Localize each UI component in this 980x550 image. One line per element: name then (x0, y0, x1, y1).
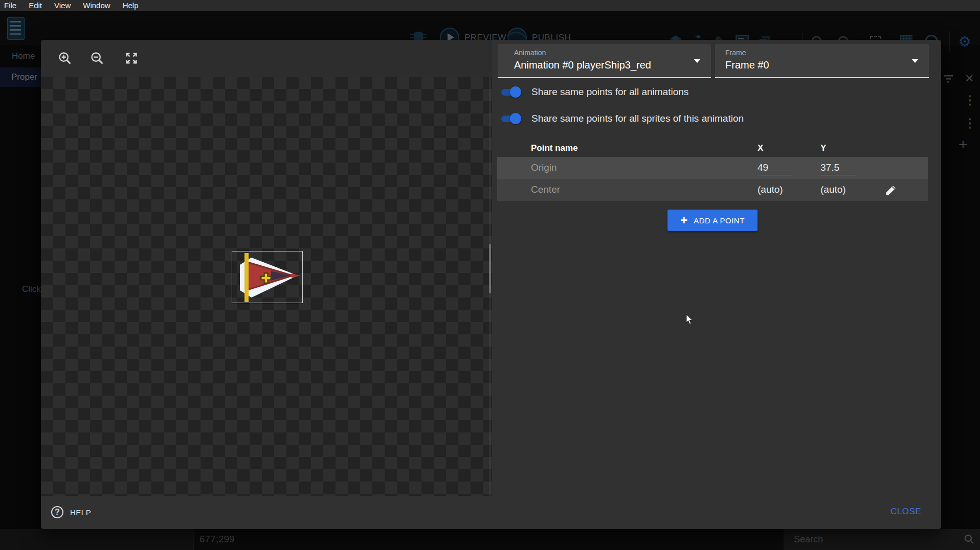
point-x-value: (auto) (758, 184, 783, 195)
help-icon: ? (51, 506, 63, 518)
plus-icon: + (680, 214, 687, 226)
toggle-row-all-sprites: Share same points for all sprites of thi… (498, 111, 744, 126)
point-name-cell: Origin (531, 162, 557, 173)
share-points-all-animations-toggle[interactable] (498, 85, 522, 99)
point-x-field[interactable]: 49 (758, 162, 768, 173)
share-points-all-sprites-toggle[interactable] (498, 112, 522, 125)
close-button[interactable]: CLOSE (887, 506, 924, 517)
menu-view[interactable]: View (48, 0, 77, 11)
point-y-value: (auto) (820, 184, 846, 195)
toggle-label: Share same points for all animations (531, 86, 688, 98)
field-underline (758, 175, 792, 175)
help-button[interactable]: ? HELP (51, 504, 91, 520)
animation-dropdown-label: Animation (514, 49, 546, 57)
frame-dropdown[interactable]: Frame Frame #0 (715, 44, 929, 78)
menu-file[interactable]: File (0, 0, 23, 11)
help-label: HELP (70, 508, 91, 517)
edit-point-button[interactable] (882, 182, 900, 198)
menu-bar: File Edit View Window Help (0, 0, 980, 11)
canvas-toolbar (41, 40, 492, 77)
table-row-center[interactable]: Center (auto) (auto) (497, 179, 928, 201)
frame-dropdown-value: Frame #0 (725, 59, 769, 71)
chevron-down-icon (911, 59, 919, 63)
canvas-scrollbar-thumb[interactable] (489, 244, 491, 293)
animation-dropdown-value: Animation #0 playerShip3_red (514, 59, 651, 71)
animation-dropdown[interactable]: Animation Animation #0 playerShip3_red (498, 44, 711, 78)
column-header-point-name: Point name (531, 143, 578, 153)
field-underline (820, 175, 855, 175)
player-ship-sprite (232, 251, 303, 304)
app-window: File Edit View Window Help PREVIEW PUBLI… (0, 0, 980, 550)
toggle-row-all-animations: Share same points for all animations (498, 85, 688, 99)
sprite-canvas[interactable] (41, 77, 492, 496)
pencil-icon (884, 184, 898, 197)
add-point-label: ADD A POINT (694, 216, 745, 225)
zoom-in-icon[interactable] (57, 50, 73, 66)
add-point-button[interactable]: + ADD A POINT (667, 210, 758, 231)
table-row-origin[interactable]: Origin 49 37.5 (497, 157, 928, 179)
column-header-y: Y (820, 143, 826, 153)
fit-to-view-icon[interactable] (123, 50, 140, 66)
chevron-down-icon (694, 59, 701, 63)
point-y-field[interactable]: 37.5 (820, 162, 839, 173)
menu-edit[interactable]: Edit (23, 0, 48, 11)
menu-window[interactable]: Window (77, 0, 116, 11)
toggle-label: Share same points for all sprites of thi… (531, 113, 744, 124)
column-header-x: X (758, 143, 763, 153)
mouse-cursor (686, 314, 696, 327)
zoom-out-icon[interactable] (89, 50, 105, 66)
menu-help[interactable]: Help (117, 0, 145, 11)
point-name-cell: Center (531, 184, 560, 195)
sprite-selection-box (232, 251, 303, 303)
frame-dropdown-label: Frame (725, 49, 746, 57)
edit-points-dialog: Animation Animation #0 playerShip3_red F… (41, 40, 941, 529)
